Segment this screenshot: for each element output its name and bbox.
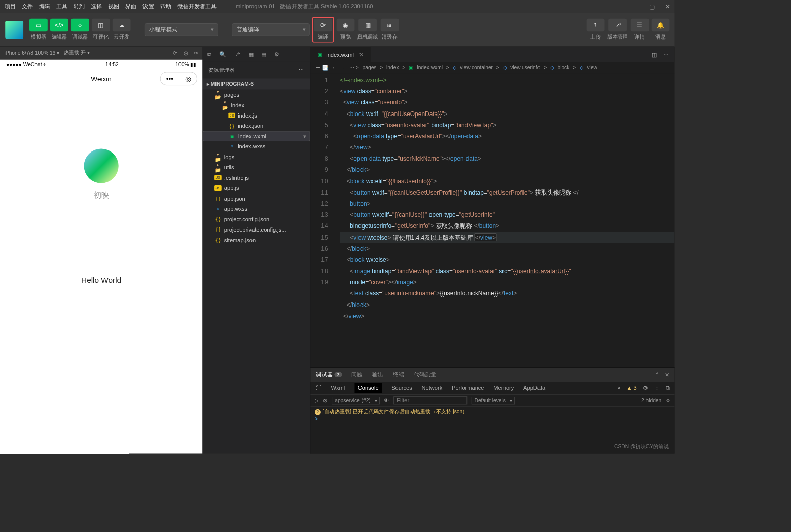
tree-item[interactable]: { }project.private.config.js... <box>202 224 310 235</box>
capsule-menu[interactable]: •••◎ <box>160 72 197 85</box>
file-tree: ▾ 📂pages▾ 📂indexJSindex.js{ }index.json▣… <box>202 90 310 245</box>
gear-icon[interactable]: ⚙ <box>643 385 648 391</box>
tree-item[interactable]: ▾ 📂pages <box>202 90 310 100</box>
tree-item[interactable]: #app.wxss <box>202 204 310 214</box>
split-icon[interactable]: ◫ <box>652 51 657 58</box>
close-icon[interactable]: ✕ <box>665 3 670 10</box>
tree-item[interactable]: JSindex.js <box>202 110 310 121</box>
visual-button[interactable]: ◫可视化 <box>92 19 110 41</box>
levels-select[interactable]: Default levels <box>472 397 515 404</box>
warning-badge[interactable]: ▲ 3 <box>626 385 636 391</box>
menu-item[interactable]: 视图 <box>108 3 119 10</box>
version-button[interactable]: ⎇版本管理 <box>607 19 628 41</box>
realdebug-button[interactable]: ▥真机调试 <box>357 19 378 41</box>
project-header[interactable]: ▸ MINIPROGRAM-6 <box>202 78 310 89</box>
menu-item[interactable]: 工具 <box>56 3 67 10</box>
device-select[interactable]: iPhone 6/7/8 100% 16 ▾ <box>5 50 60 56</box>
devtab-wxml[interactable]: Wxml <box>331 385 345 391</box>
popout-icon[interactable]: ⧉ <box>666 385 670 392</box>
filter-input[interactable] <box>393 396 467 404</box>
dbg-tab-quality[interactable]: 代码质量 <box>414 371 436 378</box>
dbg-tab-output[interactable]: 输出 <box>372 371 383 378</box>
simulator-button[interactable]: ▭模拟器 <box>29 19 48 41</box>
eye-icon[interactable]: 👁 <box>384 397 389 403</box>
code-area[interactable]: 12345678910111213141516171819 <!--index.… <box>310 73 674 367</box>
tree-item[interactable]: ▾ 📂index <box>202 100 310 110</box>
devtab-console[interactable]: Console <box>354 383 382 393</box>
menu-item[interactable]: 文件 <box>22 3 33 10</box>
dbg-tab-problems[interactable]: 问题 <box>351 371 363 378</box>
hidden-count[interactable]: 2 hidden <box>641 397 661 403</box>
hotreload-select[interactable]: 热重载 开 ▾ <box>64 49 90 57</box>
compile-button[interactable]: ⟳编译 <box>314 19 332 41</box>
more-icon[interactable]: ⋮ <box>654 385 660 391</box>
debugger-panel: 调试器 3 问题 输出 终端 代码质量 ˄✕ ⛶ Wxml Console So… <box>310 367 674 454</box>
tree-item[interactable]: ▸ 📁utils <box>202 162 310 172</box>
tree-item[interactable]: JS.eslintrc.js <box>202 172 310 182</box>
close-tab-icon[interactable]: ✕ <box>359 51 364 58</box>
mode-select[interactable]: 小程序模式 <box>145 23 218 36</box>
wxml-icon: ▣ <box>316 52 323 57</box>
upload-button[interactable]: ⇡上传 <box>587 19 605 41</box>
close-icon[interactable]: ✕ <box>665 371 669 378</box>
menu-item[interactable]: 转到 <box>74 3 85 10</box>
debugger-button[interactable]: ⟐调试器 <box>71 19 89 41</box>
more-icon[interactable]: ⋯ <box>663 51 669 58</box>
tree-item[interactable]: JSapp.js <box>202 183 310 193</box>
user-avatar[interactable] <box>5 21 23 39</box>
clearcache-button[interactable]: ≋清缓存 <box>381 19 399 41</box>
scope-select[interactable]: appservice (#2) <box>332 397 379 404</box>
editor-button[interactable]: </>编辑器 <box>50 19 68 41</box>
dbg-tab-debugger[interactable]: 调试器 3 <box>316 371 342 378</box>
menu-item[interactable]: 微信开发者工具 <box>177 3 217 10</box>
grid-icon[interactable]: ▤ <box>261 51 266 58</box>
search-icon[interactable]: 🔍 <box>219 51 226 58</box>
refresh-icon[interactable]: ⟳ <box>173 50 177 56</box>
tree-item[interactable]: { }app.json <box>202 193 310 203</box>
details-button[interactable]: ☰详情 <box>631 19 649 41</box>
preview-button[interactable]: ◉预览 <box>337 19 355 41</box>
target-icon[interactable]: ◎ <box>184 50 188 56</box>
bookmark-icon[interactable]: ☰ 📑 <box>316 65 329 71</box>
breadcrumb[interactable]: ☰ 📑 ← → ⋯ > pages > index > ▣ index.wxml… <box>310 62 674 73</box>
devtab-perf[interactable]: Performance <box>452 385 484 391</box>
gear-icon[interactable]: ⚙ <box>666 397 670 403</box>
menu-item[interactable]: 界面 <box>125 3 136 10</box>
inspect-icon[interactable]: ⛶ <box>316 385 321 391</box>
tree-item[interactable]: { }sitemap.json <box>202 235 310 245</box>
back-icon[interactable]: ← <box>332 65 337 71</box>
cloud-button[interactable]: ☁云开发 <box>113 19 131 41</box>
chevron-up-icon[interactable]: ˄ <box>656 371 659 378</box>
files-icon[interactable]: ⧉ <box>207 51 211 58</box>
maximize-icon[interactable]: ▢ <box>649 3 655 10</box>
toolbar: ▭模拟器 </>编辑器 ⟐调试器 ◫可视化 ☁云开发 小程序模式 普通编译 ⟳编… <box>0 13 675 47</box>
ext-icon[interactable]: ▦ <box>248 51 254 58</box>
user-avatar[interactable] <box>84 148 118 183</box>
play-icon[interactable]: ▷ <box>315 397 319 403</box>
menu-item[interactable]: 帮助 <box>160 3 171 10</box>
menu-item[interactable]: 编辑 <box>39 3 50 10</box>
menu-item[interactable]: 项目 <box>5 3 16 10</box>
branch-icon[interactable]: ⎇ <box>234 51 240 58</box>
editor-tab[interactable]: ▣ index.wxml ✕ <box>310 47 370 62</box>
fwd-icon[interactable]: → <box>341 65 346 71</box>
devtab-appdata[interactable]: AppData <box>523 385 545 391</box>
cut-icon[interactable]: ✂ <box>194 50 198 56</box>
clear-icon[interactable]: ⊘ <box>323 397 328 403</box>
more-icon[interactable]: ⋯ <box>299 66 304 74</box>
tree-item[interactable]: { }index.json <box>202 121 310 131</box>
message-button[interactable]: 🔔消息 <box>652 19 670 41</box>
tree-item[interactable]: { }project.config.json <box>202 214 310 224</box>
gear-icon[interactable]: ⚙ <box>274 51 279 58</box>
compile-select[interactable]: 普通编译 <box>232 23 310 36</box>
devtab-sources[interactable]: Sources <box>391 385 412 391</box>
tree-item[interactable]: ▸ 📁logs <box>202 151 310 162</box>
menu-item[interactable]: 选择 <box>91 3 102 10</box>
dbg-tab-terminal[interactable]: 终端 <box>393 371 404 378</box>
tree-item[interactable]: ▣index.wxml <box>202 131 310 141</box>
devtab-memory[interactable]: Memory <box>493 385 514 391</box>
minimize-icon[interactable]: ─ <box>634 3 638 10</box>
menu-item[interactable]: 设置 <box>142 3 154 10</box>
tree-item[interactable]: #index.wxss <box>202 141 310 151</box>
devtab-network[interactable]: Network <box>422 385 443 391</box>
